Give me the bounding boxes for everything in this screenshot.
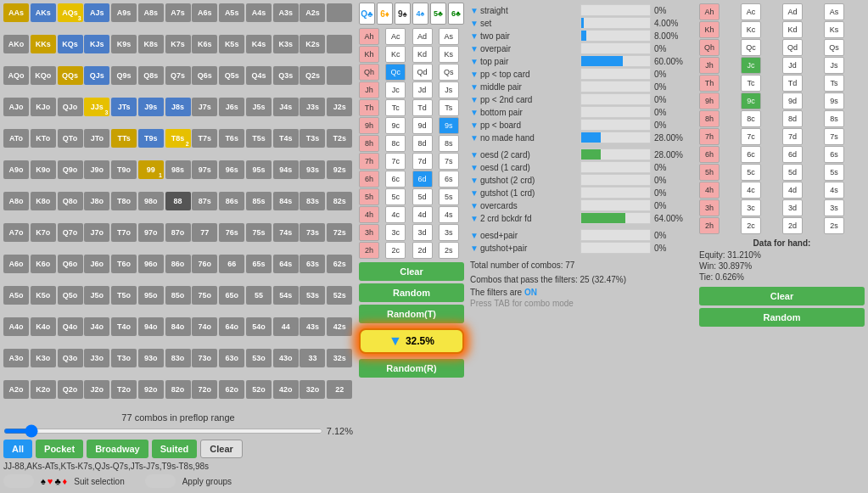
hcard-8h[interactable]: 8h — [699, 110, 720, 127]
cell-64o[interactable]: 64o — [219, 317, 244, 336]
cell-42o[interactable]: 42o — [273, 380, 299, 399]
cell-K4o[interactable]: K4o — [31, 317, 56, 336]
hcard-5s[interactable]: 5s — [824, 164, 844, 181]
hcard-Kd[interactable]: Kd — [782, 21, 803, 38]
ccard-7c[interactable]: 7c — [385, 153, 406, 170]
cell-QJs[interactable]: QJs — [84, 66, 109, 85]
hcard-2s[interactable]: 2s — [824, 217, 844, 234]
cell-Q2o[interactable]: Q2o — [58, 380, 83, 399]
cell-74o[interactable]: 74o — [192, 317, 217, 336]
cell-Q8o[interactable]: Q8o — [58, 192, 83, 210]
hcard-Ac[interactable]: Ac — [741, 3, 761, 20]
cell-98s[interactable]: 98s — [165, 160, 191, 179]
hcard-4h[interactable]: 4h — [699, 182, 720, 199]
cell-J4s[interactable]: J4s — [273, 98, 299, 116]
cell-95o[interactable]: 95o — [138, 286, 164, 305]
ccard-Th[interactable]: Th — [359, 99, 379, 116]
cell-AKs[interactable]: AKs — [31, 3, 56, 22]
cell-73s[interactable]: 73s — [300, 223, 325, 242]
cell-J5o[interactable]: J5o — [84, 286, 109, 305]
cell-Q7o[interactable]: Q7o — [58, 223, 83, 242]
hcard-2d[interactable]: 2d — [782, 217, 803, 234]
cell-94o[interactable]: 94o — [138, 317, 164, 336]
ccard-3d[interactable]: 3d — [412, 224, 433, 241]
hcard-9s[interactable]: 9s — [824, 92, 844, 109]
ccard-Jd[interactable]: Jd — [412, 81, 433, 98]
cell-JTs[interactable]: JTs — [111, 98, 137, 116]
ccard-9c[interactable]: 9c — [385, 117, 406, 134]
ccard-5s[interactable]: 5s — [439, 188, 459, 205]
cell-75o[interactable]: 75o — [192, 286, 217, 305]
randomR-button[interactable]: Random(R) — [359, 359, 464, 378]
ccard-Ac[interactable]: Ac — [385, 28, 406, 45]
ccard-Ks[interactable]: Ks — [439, 46, 459, 63]
cell-T6o[interactable]: T6o — [111, 255, 137, 273]
cell-KQo[interactable]: KQo — [31, 66, 56, 85]
cell-96s[interactable]: 96s — [219, 160, 244, 179]
ccard-5c[interactable]: 5c — [385, 188, 406, 205]
clear-button-mid[interactable]: Clear — [359, 262, 464, 281]
cell-33[interactable]: 33 — [300, 349, 325, 367]
cell-A9s[interactable]: A9s — [111, 3, 137, 22]
cell-KTo[interactable]: KTo — [31, 129, 56, 148]
cell-85o[interactable]: 85o — [165, 286, 191, 305]
hcard-Qs[interactable]: Qs — [824, 39, 844, 56]
hcard-Qh[interactable]: Qh — [699, 39, 720, 56]
randomT-button[interactable]: Random(T) — [359, 305, 464, 323]
cell-J7o[interactable]: J7o — [84, 223, 109, 242]
cell-92o[interactable]: 92o — [138, 380, 164, 399]
cell-65o[interactable]: 65o — [219, 286, 244, 305]
cell-62s[interactable]: 62s — [327, 255, 352, 273]
cell-A6o[interactable]: A6o — [3, 255, 29, 273]
cell-42s[interactable]: 42s — [327, 317, 352, 336]
cell-A5s[interactable]: A5s — [219, 3, 244, 22]
cell-QJo[interactable]: QJo — [58, 98, 83, 116]
cell-T3s[interactable]: T3s — [300, 129, 325, 148]
hcard-3d[interactable]: 3d — [782, 199, 803, 216]
suit-toggle[interactable] — [3, 474, 34, 488]
cell-T8s[interactable]: T8s2 — [165, 129, 191, 148]
ccard-4c[interactable]: 4c — [385, 206, 406, 223]
cell-T2o[interactable]: T2o — [111, 380, 137, 399]
hcard-4s[interactable]: 4s — [824, 182, 844, 199]
ccard-Jc[interactable]: Jc — [385, 81, 406, 98]
cell-Q9o[interactable]: Q9o — [58, 160, 83, 179]
ccard-6d[interactable]: 6d — [412, 171, 433, 188]
ccard-Tc[interactable]: Tc — [385, 99, 406, 116]
ccard-8d[interactable]: 8d — [412, 135, 433, 152]
cell-J6o[interactable]: J6o — [84, 255, 109, 273]
cell-84o[interactable]: 84o — [165, 317, 191, 336]
pocket-button[interactable]: Pocket — [36, 440, 83, 458]
ccard-9h[interactable]: 9h — [359, 117, 379, 134]
hcard-6d[interactable]: 6d — [782, 146, 803, 163]
cell-74s[interactable]: 74s — [273, 223, 299, 242]
cell-J8o[interactable]: J8o — [84, 192, 109, 210]
hcard-5c[interactable]: 5c — [741, 164, 761, 181]
cell-88[interactable]: 88 — [165, 192, 191, 210]
cell-77[interactable]: 77 — [192, 223, 217, 242]
hcard-3s[interactable]: 3s — [824, 199, 844, 216]
hcard-7c[interactable]: 7c — [741, 128, 761, 145]
cell-86o[interactable]: 86o — [165, 255, 191, 273]
ccard-Kh[interactable]: Kh — [359, 46, 379, 63]
cell-A3s[interactable]: A3s — [273, 3, 299, 22]
cell-Q3s[interactable]: Q3s — [273, 66, 299, 85]
cell-KQs[interactable]: KQs — [58, 35, 83, 53]
hcard-8c[interactable]: 8c — [741, 110, 761, 127]
cell-J2o[interactable]: J2o — [84, 380, 109, 399]
board-card-6[interactable]: 6♦ — [377, 3, 393, 25]
cell-96o[interactable]: 96o — [138, 255, 164, 273]
hcard-Jd[interactable]: Jd — [782, 57, 803, 74]
hcard-8s[interactable]: 8s — [824, 110, 844, 127]
ccard-6c[interactable]: 6c — [385, 171, 406, 188]
cell-J7s[interactable]: J7s — [192, 98, 217, 116]
cell-Q8s[interactable]: Q8s — [138, 66, 164, 85]
ccard-Ah[interactable]: Ah — [359, 28, 379, 45]
hcard-9d[interactable]: 9d — [782, 92, 803, 109]
cell-K3o[interactable]: K3o — [31, 349, 56, 367]
hcard-8d[interactable]: 8d — [782, 110, 803, 127]
cell-72s[interactable]: 72s — [327, 223, 352, 242]
cell-QQ[interactable]: QQs — [58, 66, 83, 85]
cell-Q4o[interactable]: Q4o — [58, 317, 83, 336]
broadway-button[interactable]: Broadway — [87, 440, 148, 458]
